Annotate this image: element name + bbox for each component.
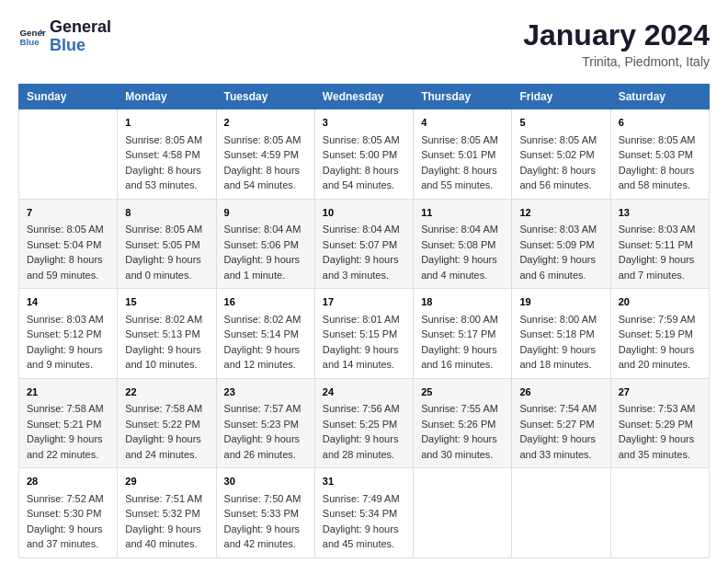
day-sunrise: Sunrise: 8:04 AM [421,222,504,237]
calendar-week-row: 7Sunrise: 8:05 AMSunset: 5:04 PMDaylight… [19,199,710,289]
calendar-cell: 19Sunrise: 8:00 AMSunset: 5:18 PMDayligh… [512,289,610,379]
day-number: 31 [323,474,405,489]
day-sunrise: Sunrise: 8:05 AM [224,132,307,148]
day-number: 6 [619,115,701,131]
day-number: 10 [323,205,405,221]
day-number: 15 [125,294,208,310]
day-sunset: Sunset: 5:15 PM [323,327,405,342]
calendar-cell: 24Sunrise: 7:56 AMSunset: 5:25 PMDayligh… [314,378,413,468]
day-number: 13 [619,205,701,221]
calendar-cell: 26Sunrise: 7:54 AMSunset: 5:27 PMDayligh… [512,378,610,468]
day-sunset: Sunset: 5:01 PM [421,147,504,163]
day-daylight: Daylight: 9 hours and 42 minutes. [224,522,307,552]
header-friday: Friday [512,85,610,109]
calendar-cell: 3Sunrise: 8:05 AMSunset: 5:00 PMDaylight… [314,109,413,200]
calendar-cell [512,468,610,558]
calendar-cell: 11Sunrise: 8:04 AMSunset: 5:08 PMDayligh… [414,199,512,289]
day-number: 21 [27,385,109,400]
day-sunrise: Sunrise: 7:53 AM [619,401,701,417]
calendar-cell [19,109,118,200]
calendar-table: SundayMondayTuesdayWednesdayThursdayFrid… [18,84,710,558]
calendar-cell: 9Sunrise: 8:04 AMSunset: 5:06 PMDaylight… [216,199,314,289]
day-number: 27 [619,385,701,400]
calendar-cell [414,468,512,558]
day-number: 30 [224,474,307,489]
day-number: 8 [125,205,208,221]
day-sunrise: Sunrise: 7:52 AM [27,491,109,507]
calendar-cell: 16Sunrise: 8:02 AMSunset: 5:14 PMDayligh… [216,289,314,379]
day-sunrise: Sunrise: 7:58 AM [125,401,208,417]
day-sunset: Sunset: 5:23 PM [224,417,307,432]
calendar-cell: 1Sunrise: 8:05 AMSunset: 4:58 PMDaylight… [118,109,216,200]
day-sunrise: Sunrise: 8:05 AM [421,132,504,148]
day-number: 16 [224,294,307,310]
day-number: 25 [421,385,504,400]
day-sunrise: Sunrise: 8:02 AM [125,312,208,327]
page-title: January 2024 [523,18,710,52]
logo-text: General Blue [50,18,111,55]
day-sunrise: Sunrise: 8:04 AM [224,222,307,237]
day-sunset: Sunset: 5:00 PM [323,147,405,163]
day-sunset: Sunset: 5:26 PM [421,417,504,432]
day-daylight: Daylight: 8 hours and 58 minutes. [619,163,701,193]
day-number: 7 [27,205,109,221]
day-sunrise: Sunrise: 7:58 AM [27,401,109,417]
day-sunset: Sunset: 5:21 PM [27,417,109,432]
day-sunrise: Sunrise: 8:01 AM [323,312,405,327]
page-subtitle: Trinita, Piedmont, Italy [523,54,710,69]
day-sunset: Sunset: 5:13 PM [125,327,208,342]
header-monday: Monday [118,85,216,109]
day-daylight: Daylight: 8 hours and 54 minutes. [224,163,307,193]
page-header: General Blue General Blue January 2024 T… [18,18,710,69]
day-sunset: Sunset: 4:58 PM [125,147,208,163]
day-daylight: Daylight: 9 hours and 7 minutes. [619,252,701,282]
day-daylight: Daylight: 9 hours and 45 minutes. [323,522,405,552]
day-sunrise: Sunrise: 8:04 AM [323,222,405,237]
day-sunset: Sunset: 5:34 PM [323,506,405,522]
day-sunrise: Sunrise: 7:57 AM [224,401,307,417]
day-sunset: Sunset: 5:25 PM [323,417,405,432]
day-sunrise: Sunrise: 7:50 AM [224,491,307,507]
calendar-cell: 5Sunrise: 8:05 AMSunset: 5:02 PMDaylight… [512,109,610,200]
day-sunset: Sunset: 5:12 PM [27,327,109,342]
day-number: 19 [519,294,602,310]
day-sunrise: Sunrise: 8:05 AM [125,132,208,148]
logo-icon: General Blue [18,23,46,51]
day-sunset: Sunset: 5:22 PM [125,417,208,432]
calendar-cell: 27Sunrise: 7:53 AMSunset: 5:29 PMDayligh… [610,378,709,468]
calendar-week-row: 21Sunrise: 7:58 AMSunset: 5:21 PMDayligh… [19,378,710,468]
day-sunrise: Sunrise: 8:05 AM [125,222,208,237]
day-number: 29 [125,474,208,489]
day-daylight: Daylight: 9 hours and 14 minutes. [323,342,405,373]
day-number: 20 [619,294,701,310]
day-number: 1 [125,115,208,131]
day-daylight: Daylight: 9 hours and 0 minutes. [125,252,208,282]
day-number: 4 [421,115,504,131]
day-daylight: Daylight: 9 hours and 9 minutes. [27,342,109,373]
day-daylight: Daylight: 9 hours and 18 minutes. [519,342,602,373]
calendar-cell: 29Sunrise: 7:51 AMSunset: 5:32 PMDayligh… [118,468,216,558]
day-daylight: Daylight: 9 hours and 6 minutes. [519,252,602,282]
day-number: 18 [421,294,504,310]
day-sunrise: Sunrise: 8:05 AM [27,222,109,237]
day-daylight: Daylight: 8 hours and 59 minutes. [27,252,109,282]
calendar-cell: 10Sunrise: 8:04 AMSunset: 5:07 PMDayligh… [314,199,413,289]
calendar-cell: 7Sunrise: 8:05 AMSunset: 5:04 PMDaylight… [19,199,118,289]
calendar-cell: 4Sunrise: 8:05 AMSunset: 5:01 PMDaylight… [414,109,512,200]
day-sunrise: Sunrise: 7:54 AM [519,401,602,417]
calendar-cell: 30Sunrise: 7:50 AMSunset: 5:33 PMDayligh… [216,468,314,558]
day-sunrise: Sunrise: 8:05 AM [519,132,602,148]
day-sunset: Sunset: 5:33 PM [224,506,307,522]
day-daylight: Daylight: 9 hours and 26 minutes. [224,431,307,462]
calendar-cell: 28Sunrise: 7:52 AMSunset: 5:30 PMDayligh… [19,468,118,558]
day-sunset: Sunset: 5:30 PM [27,506,109,522]
calendar-cell: 22Sunrise: 7:58 AMSunset: 5:22 PMDayligh… [118,378,216,468]
day-number: 5 [519,115,602,131]
day-sunrise: Sunrise: 7:55 AM [421,401,504,417]
day-sunset: Sunset: 5:05 PM [125,237,208,253]
day-sunset: Sunset: 4:59 PM [224,147,307,163]
day-daylight: Daylight: 9 hours and 30 minutes. [421,431,504,462]
day-sunset: Sunset: 5:06 PM [224,237,307,253]
day-sunrise: Sunrise: 8:05 AM [619,132,701,148]
calendar-cell: 23Sunrise: 7:57 AMSunset: 5:23 PMDayligh… [216,378,314,468]
